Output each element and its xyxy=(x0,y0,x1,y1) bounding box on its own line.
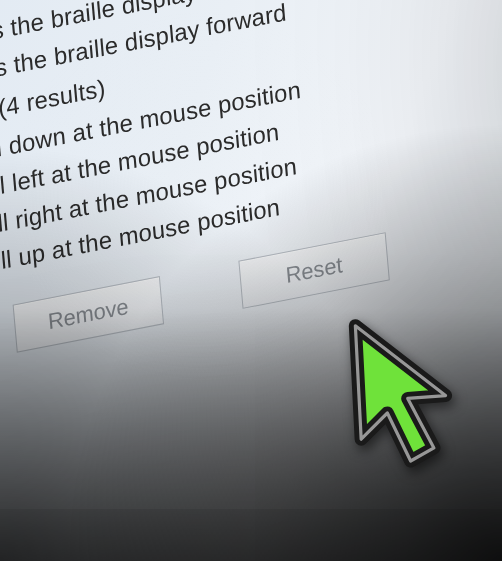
reset-button[interactable]: Reset xyxy=(238,232,389,309)
remove-button[interactable]: Remove xyxy=(13,276,164,353)
